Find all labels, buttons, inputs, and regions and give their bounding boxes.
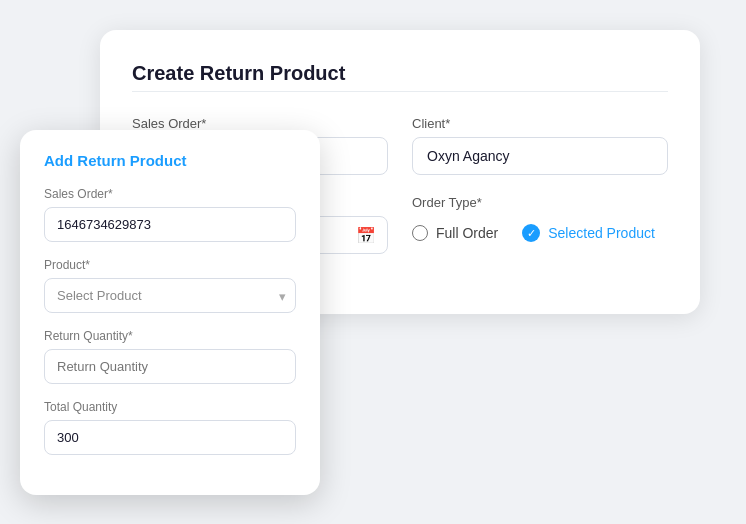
client-group: Client* [412,116,668,175]
popup-title: Add Return Product [44,152,296,169]
order-type-label: Order Type* [412,195,668,210]
popup-sales-order-group: Sales Order* [44,187,296,242]
client-input[interactable] [412,137,668,175]
popup-return-qty-input[interactable] [44,349,296,384]
page-title: Create Return Product [132,62,668,85]
popup-product-select-wrap: Select Product ▾ [44,278,296,313]
popup-return-qty-label: Return Quantity* [44,329,296,343]
selected-product-label: Selected Product [548,225,655,241]
calendar-icon: 📅 [356,226,376,245]
full-order-label: Full Order [436,225,498,241]
full-order-radio[interactable] [412,225,428,241]
selected-product-option[interactable]: ✓ Selected Product [522,224,655,242]
popup-product-group: Product* Select Product ▾ [44,258,296,313]
popup-total-qty-label: Total Quantity [44,400,296,414]
popup-card: Add Return Product Sales Order* Product*… [20,130,320,495]
client-label: Client* [412,116,668,131]
divider [132,91,668,92]
selected-product-check-icon: ✓ [522,224,540,242]
popup-product-label: Product* [44,258,296,272]
full-order-option[interactable]: Full Order [412,225,498,241]
order-type-group: Order Type* Full Order ✓ Selected Produc… [412,195,668,254]
popup-total-qty-input[interactable] [44,420,296,455]
popup-sales-order-label: Sales Order* [44,187,296,201]
popup-total-qty-group: Total Quantity [44,400,296,455]
sales-order-label: Sales Order* [132,116,388,131]
popup-return-qty-group: Return Quantity* [44,329,296,384]
popup-product-select[interactable]: Select Product [44,278,296,313]
order-type-options: Full Order ✓ Selected Product [412,224,668,242]
popup-sales-order-input[interactable] [44,207,296,242]
